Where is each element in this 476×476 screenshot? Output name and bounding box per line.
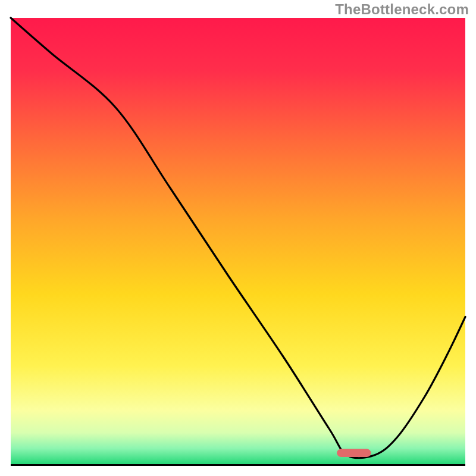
chart-frame: TheBottleneck.com xyxy=(0,0,476,476)
gradient-background xyxy=(11,18,465,464)
bottleneck-plot xyxy=(0,0,476,476)
optimal-marker xyxy=(337,449,371,458)
bottom-baseline xyxy=(11,464,465,466)
